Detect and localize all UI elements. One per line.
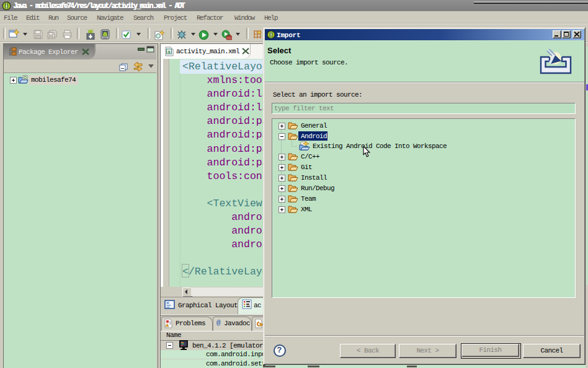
svg-text:a: a <box>167 49 171 55</box>
